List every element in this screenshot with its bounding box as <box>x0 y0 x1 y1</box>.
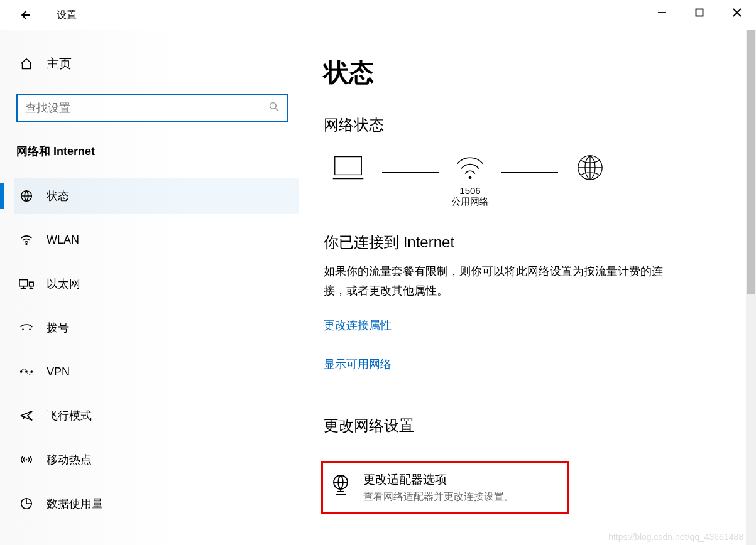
sidebar-item-ethernet[interactable]: 以太网 <box>14 266 299 302</box>
svg-point-1 <box>270 103 277 109</box>
adapter-options-card[interactable]: 更改适配器选项 查看网络适配器并更改连接设置。 <box>321 461 569 514</box>
network-diagram: 1506 公用网络 <box>324 154 731 210</box>
vpn-icon <box>19 367 34 377</box>
sidebar-item-hotspot[interactable]: 移动热点 <box>14 441 299 478</box>
svg-point-14 <box>469 176 472 179</box>
main-content: 状态 网络状态 1506 公用网络 <box>299 30 756 545</box>
home-label: 主页 <box>47 55 72 72</box>
connected-title: 你已连接到 Internet <box>324 232 731 252</box>
nav-label: 移动热点 <box>47 452 92 467</box>
close-button[interactable] <box>718 0 756 25</box>
sidebar-item-vpn[interactable]: VPN <box>14 353 299 390</box>
sidebar-section-title: 网络和 Internet <box>14 144 299 159</box>
nav-label: 数据使用量 <box>47 496 103 511</box>
show-available-networks-link[interactable]: 显示可用网络 <box>324 357 392 372</box>
change-connection-properties-link[interactable]: 更改连接属性 <box>324 318 392 333</box>
svg-point-11 <box>26 459 28 461</box>
wifi-icon <box>19 233 34 247</box>
dialup-icon <box>19 322 34 333</box>
search-box[interactable] <box>16 94 288 122</box>
sidebar-item-datausage[interactable]: 数据使用量 <box>14 485 299 522</box>
network-status-heading: 网络状态 <box>324 115 731 135</box>
back-button[interactable] <box>13 3 38 28</box>
search-input[interactable] <box>25 102 269 115</box>
arrow-left-icon <box>19 9 31 21</box>
airplane-icon <box>19 409 34 423</box>
connection-line <box>382 172 439 173</box>
change-network-settings-heading: 更改网络设置 <box>324 416 731 436</box>
sidebar-item-dialup[interactable]: 拨号 <box>14 310 299 346</box>
wifi-name: 1506 <box>451 185 489 196</box>
svg-point-7 <box>29 328 31 330</box>
nav-label: WLAN <box>47 234 79 247</box>
scrollbar[interactable] <box>746 30 756 545</box>
nav-label: 拨号 <box>47 320 69 335</box>
wifi-signal-icon <box>451 154 489 181</box>
globe-icon <box>19 189 34 203</box>
sidebar-item-airplane[interactable]: 飞行模式 <box>14 397 299 434</box>
adapter-option-title: 更改适配器选项 <box>363 472 514 488</box>
connection-line <box>501 172 558 173</box>
app-title: 设置 <box>57 9 77 22</box>
computer-icon <box>327 154 370 181</box>
svg-point-3 <box>26 244 27 245</box>
maximize-button[interactable] <box>681 0 718 25</box>
internet-globe-icon <box>571 154 610 181</box>
wifi-type: 公用网络 <box>451 196 489 208</box>
home-icon <box>19 57 34 71</box>
svg-point-6 <box>22 328 24 330</box>
svg-rect-4 <box>19 280 28 286</box>
svg-rect-13 <box>335 157 361 175</box>
nav-label: 以太网 <box>47 276 80 291</box>
window-controls <box>643 0 756 25</box>
home-nav-item[interactable]: 主页 <box>14 55 299 72</box>
svg-rect-5 <box>30 282 33 286</box>
scrollbar-thumb[interactable] <box>747 30 755 294</box>
watermark: https://blog.csdn.net/qq_43661488 <box>608 532 743 542</box>
adapter-globe-icon <box>331 472 351 495</box>
close-icon <box>733 8 742 17</box>
adapter-option-desc: 查看网络适配器并更改连接设置。 <box>363 490 514 504</box>
data-usage-icon <box>19 497 34 510</box>
maximize-icon <box>695 8 704 17</box>
nav-label: VPN <box>47 365 70 379</box>
sidebar: 主页 网络和 Internet 状态 WLAN 以太网 <box>0 30 299 545</box>
nav-label: 飞行模式 <box>47 408 92 423</box>
hotspot-icon <box>19 453 34 467</box>
minimize-icon <box>657 8 666 17</box>
connected-desc: 如果你的流量套餐有限制，则你可以将此网络设置为按流量计费的连接，或者更改其他属性… <box>324 262 676 300</box>
sidebar-item-status[interactable]: 状态 <box>14 178 299 214</box>
nav-label: 状态 <box>47 188 69 203</box>
sidebar-item-wlan[interactable]: WLAN <box>14 222 299 258</box>
page-title: 状态 <box>324 55 731 90</box>
ethernet-icon <box>19 278 34 290</box>
minimize-button[interactable] <box>643 0 681 25</box>
search-icon <box>269 102 279 114</box>
svg-rect-0 <box>696 9 703 16</box>
titlebar: 设置 <box>0 0 756 30</box>
